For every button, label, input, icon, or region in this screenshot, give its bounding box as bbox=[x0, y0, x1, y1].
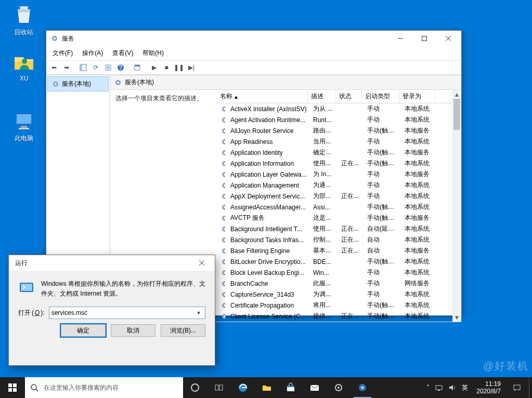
cell-desc: 为部... bbox=[310, 192, 338, 201]
svg-rect-78 bbox=[287, 386, 294, 387]
service-row[interactable]: Block Level Backup Engi...Win...手动本地系统 bbox=[217, 267, 452, 278]
service-row[interactable]: Background Intelligent T...使用...正在...自动(… bbox=[217, 223, 452, 234]
menu-help[interactable]: 帮助(H) bbox=[138, 47, 168, 59]
ime-indicator[interactable]: 英 bbox=[462, 383, 468, 392]
service-row[interactable]: Background Tasks Infras...控制...正在...自动本地… bbox=[217, 234, 452, 245]
cell-startup: 手动 bbox=[364, 290, 401, 299]
service-row[interactable]: Base Filtering Engine基本...正在...自动本地服务 bbox=[217, 245, 452, 256]
cell-name: Application Layer Gatewa... bbox=[227, 171, 310, 178]
cell-desc: 此服... bbox=[310, 279, 338, 288]
taskbar-clock[interactable]: 11:19 2020/8/7 bbox=[472, 380, 505, 395]
service-row[interactable]: AppX Deployment Servic...为部...正在...手动本地系… bbox=[217, 191, 452, 202]
service-row[interactable]: Application Identity确定...手动(触发...本地服务 bbox=[217, 147, 452, 158]
cell-logon: 本地系统 bbox=[401, 115, 438, 124]
taskbar-search[interactable]: 在这里输入你要搜索的内容 bbox=[25, 377, 183, 398]
svg-rect-70 bbox=[13, 388, 17, 392]
service-row[interactable]: Client License Service (Cli...提供...正在...… bbox=[217, 311, 452, 322]
tray-chevron-up-icon[interactable]: ˄ bbox=[426, 384, 430, 391]
scroll-thumb[interactable] bbox=[453, 99, 460, 130]
service-row[interactable]: CaptureService_314d3为调...手动本地系统 bbox=[217, 289, 452, 300]
toolbar-properties-icon[interactable] bbox=[132, 62, 143, 73]
scroll-up-icon[interactable]: ▲ bbox=[452, 90, 461, 99]
cell-startup: 手动(触发... bbox=[364, 159, 401, 168]
column-status[interactable]: 状态 bbox=[336, 90, 362, 103]
toolbar-help-icon[interactable]: ? bbox=[115, 62, 126, 73]
toolbar-back-icon[interactable]: ⬅ bbox=[48, 62, 60, 73]
desktop-icon-folder[interactable]: XU bbox=[4, 50, 44, 82]
column-desc[interactable]: 描述 bbox=[308, 90, 336, 103]
browse-button[interactable]: 浏览(B)... bbox=[161, 324, 205, 337]
toolbar-forward-icon[interactable]: ➡ bbox=[61, 62, 72, 73]
ok-button[interactable]: 确定 bbox=[61, 324, 106, 337]
svg-text:?: ? bbox=[119, 64, 123, 71]
toolbar-refresh-icon[interactable]: ⟳ bbox=[90, 62, 101, 73]
service-row[interactable]: ActiveX Installer (AxInstSV)为从 ...手动本地系统 bbox=[217, 103, 452, 114]
scroll-track[interactable] bbox=[452, 99, 461, 313]
services-title: 服务 bbox=[62, 34, 388, 43]
svg-point-83 bbox=[361, 386, 364, 389]
mail-icon[interactable] bbox=[303, 377, 327, 398]
cortana-icon[interactable] bbox=[207, 377, 231, 398]
gear-icon bbox=[218, 280, 225, 287]
volume-icon[interactable] bbox=[448, 383, 457, 392]
taskbar-item-services[interactable] bbox=[351, 377, 374, 398]
action-center-icon[interactable] bbox=[505, 377, 529, 398]
run-titlebar[interactable]: 运行 bbox=[9, 255, 215, 271]
service-row[interactable]: BranchCache此服...手动网络服务 bbox=[217, 278, 452, 289]
service-row[interactable]: Application Layer Gatewa...为 In...手动本地服务 bbox=[217, 169, 452, 180]
column-name[interactable]: 名称▴ bbox=[217, 90, 308, 103]
toolbar-show-hide-tree-icon[interactable] bbox=[77, 62, 89, 73]
open-combobox[interactable]: ▾ bbox=[49, 307, 205, 319]
task-view-icon[interactable] bbox=[183, 377, 207, 398]
cell-logon: 本地服务 bbox=[401, 148, 438, 157]
open-input[interactable] bbox=[51, 309, 194, 316]
menu-file[interactable]: 文件(F) bbox=[48, 47, 77, 59]
service-row[interactable]: App Readiness当用...手动本地系统 bbox=[217, 136, 452, 147]
service-row[interactable]: AllJoyn Router Service路由...手动(触发...本地服务 bbox=[217, 125, 452, 136]
desktop-icon-this-pc[interactable]: 此电脑 bbox=[4, 109, 44, 143]
column-startup[interactable]: 启动类型 bbox=[362, 90, 399, 103]
gear-icon bbox=[218, 215, 225, 222]
cancel-button[interactable]: 取消 bbox=[111, 324, 155, 337]
service-row[interactable]: Certificate Propagation将用...手动(触发...本地系统 bbox=[217, 300, 452, 311]
chevron-down-icon[interactable]: ▾ bbox=[194, 309, 203, 316]
cell-desc: 提供... bbox=[310, 312, 338, 321]
toolbar-export-icon[interactable] bbox=[102, 62, 114, 73]
desktop-icon-recycle-bin[interactable]: 回收站 bbox=[4, 3, 44, 37]
toolbar-stop-icon[interactable]: ■ bbox=[161, 62, 172, 73]
gear-icon bbox=[218, 127, 225, 135]
close-button[interactable] bbox=[190, 255, 214, 271]
service-row[interactable]: AssignedAccessManager...Assi...手动(触发...本… bbox=[217, 202, 452, 213]
tree-node-services-local[interactable]: 服务(本地) bbox=[47, 76, 109, 91]
toolbar-restart-icon[interactable]: ▶| bbox=[186, 62, 197, 73]
settings-gear-icon[interactable] bbox=[327, 377, 351, 398]
scroll-down-icon[interactable]: ▼ bbox=[452, 313, 461, 322]
cell-desc: BDE... bbox=[310, 258, 338, 266]
start-button[interactable] bbox=[0, 377, 25, 398]
network-icon[interactable] bbox=[435, 383, 443, 392]
show-desktop-button[interactable] bbox=[529, 377, 532, 398]
service-row[interactable]: Agent Activation Runtime...Runt...手动本地系统 bbox=[217, 114, 452, 125]
cell-desc: Runt... bbox=[310, 116, 338, 124]
cell-name: Application Identity bbox=[227, 149, 310, 156]
store-icon[interactable] bbox=[279, 377, 303, 398]
toolbar-pause-icon[interactable]: ❚❚ bbox=[173, 62, 185, 73]
menu-view[interactable]: 查看(V) bbox=[108, 47, 137, 59]
edge-icon[interactable] bbox=[231, 377, 255, 398]
clock-date: 2020/8/7 bbox=[476, 388, 501, 395]
service-row[interactable]: BitLocker Drive Encryptio...BDE...手动(触发.… bbox=[217, 256, 452, 267]
cell-startup: 自动(延迟... bbox=[364, 224, 401, 233]
minimize-button[interactable] bbox=[388, 31, 412, 46]
service-row[interactable]: Application Management为通...手动本地系统 bbox=[217, 180, 452, 191]
column-logon[interactable]: 登录为 bbox=[399, 90, 436, 103]
menu-action[interactable]: 操作(A) bbox=[78, 47, 107, 59]
service-row[interactable]: Application Information使用...正在...手动(触发..… bbox=[217, 158, 452, 169]
maximize-button[interactable] bbox=[412, 31, 436, 46]
file-explorer-icon[interactable] bbox=[255, 377, 279, 398]
vertical-scrollbar[interactable]: ▲ ▼ bbox=[452, 90, 461, 322]
close-button[interactable] bbox=[436, 31, 460, 46]
toolbar-start-icon[interactable]: ▶ bbox=[148, 62, 160, 73]
gear-icon bbox=[218, 204, 225, 211]
service-row[interactable]: AVCTP 服务这是...手动(触发...本地服务 bbox=[217, 213, 452, 223]
services-titlebar[interactable]: 服务 bbox=[46, 31, 461, 46]
